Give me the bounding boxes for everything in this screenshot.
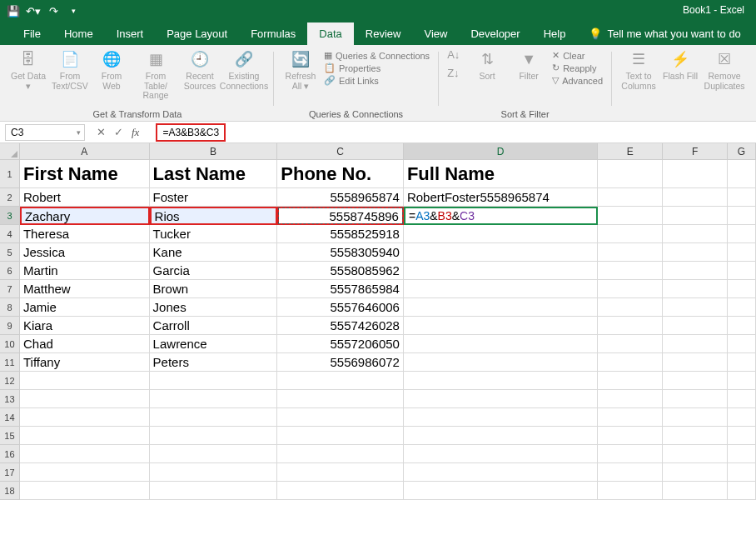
cell-E18[interactable] xyxy=(598,482,663,500)
cell-B17[interactable] xyxy=(150,463,278,482)
cell-D8[interactable] xyxy=(404,298,598,317)
cell-C12[interactable] xyxy=(277,372,404,390)
cell-E16[interactable] xyxy=(598,445,663,463)
cell-E1[interactable] xyxy=(598,160,663,188)
row-header-2[interactable]: 2 xyxy=(0,188,20,207)
remove-duplicates-button[interactable]: ☒Remove Duplicates xyxy=(704,48,745,121)
cell-B2[interactable]: Foster xyxy=(150,188,278,207)
cell-E13[interactable] xyxy=(598,390,663,408)
cell-E9[interactable] xyxy=(598,317,663,335)
queries-connections-button[interactable]: ▦ Queries & Connections xyxy=(324,50,430,61)
qat-customize-icon[interactable]: ▾ xyxy=(67,4,80,18)
cell-A11[interactable]: Tiffany xyxy=(20,353,150,372)
cell-D15[interactable] xyxy=(404,427,598,445)
cell-D2[interactable]: RobertFoster5558965874 xyxy=(404,188,598,207)
cell-A2[interactable]: Robert xyxy=(20,188,150,207)
row-header-18[interactable]: 18 xyxy=(0,482,20,500)
text-to-columns-button[interactable]: ☰Text to Columns xyxy=(620,48,657,121)
row-header-6[interactable]: 6 xyxy=(0,262,20,280)
cell-A17[interactable] xyxy=(20,463,150,482)
cell-B3[interactable]: Rios xyxy=(150,207,278,225)
cell-C6[interactable]: 5558085962 xyxy=(277,262,404,280)
cell-B6[interactable]: Garcia xyxy=(150,262,278,280)
cell-F4[interactable] xyxy=(663,225,728,243)
cell-A10[interactable]: Chad xyxy=(20,335,150,353)
cell-G1[interactable] xyxy=(728,160,756,188)
tab-view[interactable]: View xyxy=(412,22,459,45)
cell-C17[interactable] xyxy=(277,463,404,482)
cell-E14[interactable] xyxy=(598,408,663,427)
cell-D17[interactable] xyxy=(404,463,598,482)
cell-B12[interactable] xyxy=(150,372,278,390)
cell-A15[interactable] xyxy=(20,427,150,445)
cell-B5[interactable]: Kane xyxy=(150,243,278,262)
cell-B15[interactable] xyxy=(150,427,278,445)
cell-E17[interactable] xyxy=(598,463,663,482)
undo-icon[interactable]: ↶▾ xyxy=(27,4,40,18)
cell-D1[interactable]: Full Name xyxy=(404,160,598,188)
cell-F8[interactable] xyxy=(663,298,728,317)
cell-E15[interactable] xyxy=(598,427,663,445)
row-header-10[interactable]: 10 xyxy=(0,335,20,353)
cell-F11[interactable] xyxy=(663,353,728,372)
col-header-C[interactable]: C xyxy=(277,143,404,159)
cell-A13[interactable] xyxy=(20,390,150,408)
row-header-14[interactable]: 14 xyxy=(0,408,20,427)
cell-B13[interactable] xyxy=(150,390,278,408)
cell-E6[interactable] xyxy=(598,262,663,280)
cell-A5[interactable]: Jessica xyxy=(20,243,150,262)
cell-A6[interactable]: Martin xyxy=(20,262,150,280)
cell-A3[interactable]: Zachary xyxy=(20,207,150,225)
row-header-17[interactable]: 17 xyxy=(0,463,20,482)
cell-C14[interactable] xyxy=(277,408,404,427)
cell-A18[interactable] xyxy=(20,482,150,500)
cell-A4[interactable]: Theresa xyxy=(20,225,150,243)
col-header-F[interactable]: F xyxy=(663,143,728,159)
cell-E4[interactable] xyxy=(598,225,663,243)
cell-G14[interactable] xyxy=(728,408,756,427)
select-all-corner[interactable] xyxy=(0,143,20,159)
advanced-filter-button[interactable]: ▽ Advanced xyxy=(552,75,603,86)
cell-F13[interactable] xyxy=(663,390,728,408)
cell-E8[interactable] xyxy=(598,298,663,317)
cell-A14[interactable] xyxy=(20,408,150,427)
cell-C11[interactable]: 5556986072 xyxy=(277,353,404,372)
edit-links-button[interactable]: 🔗 Edit Links xyxy=(324,75,379,86)
cell-F17[interactable] xyxy=(663,463,728,482)
cell-D3[interactable]: =A3&B3&C3 xyxy=(404,207,598,225)
cell-D5[interactable] xyxy=(404,243,598,262)
cell-D6[interactable] xyxy=(404,262,598,280)
cell-C15[interactable] xyxy=(277,427,404,445)
cell-A16[interactable] xyxy=(20,445,150,463)
row-header-13[interactable]: 13 xyxy=(0,390,20,408)
cell-D13[interactable] xyxy=(404,390,598,408)
tab-home[interactable]: Home xyxy=(52,22,105,45)
cell-A12[interactable] xyxy=(20,372,150,390)
cell-F1[interactable] xyxy=(663,160,728,188)
tab-insert[interactable]: Insert xyxy=(105,22,156,45)
cell-A8[interactable]: Jamie xyxy=(20,298,150,317)
cell-A9[interactable]: Kiara xyxy=(20,317,150,335)
col-header-E[interactable]: E xyxy=(598,143,663,159)
cell-G5[interactable] xyxy=(728,243,756,262)
cell-G17[interactable] xyxy=(728,463,756,482)
cell-D18[interactable] xyxy=(404,482,598,500)
cell-D7[interactable] xyxy=(404,280,598,298)
cell-G16[interactable] xyxy=(728,445,756,463)
tab-developer[interactable]: Developer xyxy=(459,22,531,45)
col-header-A[interactable]: A xyxy=(20,143,150,159)
cell-E7[interactable] xyxy=(598,280,663,298)
cell-E10[interactable] xyxy=(598,335,663,353)
cell-D14[interactable] xyxy=(404,408,598,427)
row-header-4[interactable]: 4 xyxy=(0,225,20,243)
cell-B8[interactable]: Jones xyxy=(150,298,278,317)
row-header-16[interactable]: 16 xyxy=(0,445,20,463)
cell-G9[interactable] xyxy=(728,317,756,335)
cell-C1[interactable]: Phone No. xyxy=(277,160,404,188)
cell-F14[interactable] xyxy=(663,408,728,427)
cell-G8[interactable] xyxy=(728,298,756,317)
cell-D16[interactable] xyxy=(404,445,598,463)
cell-G6[interactable] xyxy=(728,262,756,280)
cell-F10[interactable] xyxy=(663,335,728,353)
cell-F9[interactable] xyxy=(663,317,728,335)
